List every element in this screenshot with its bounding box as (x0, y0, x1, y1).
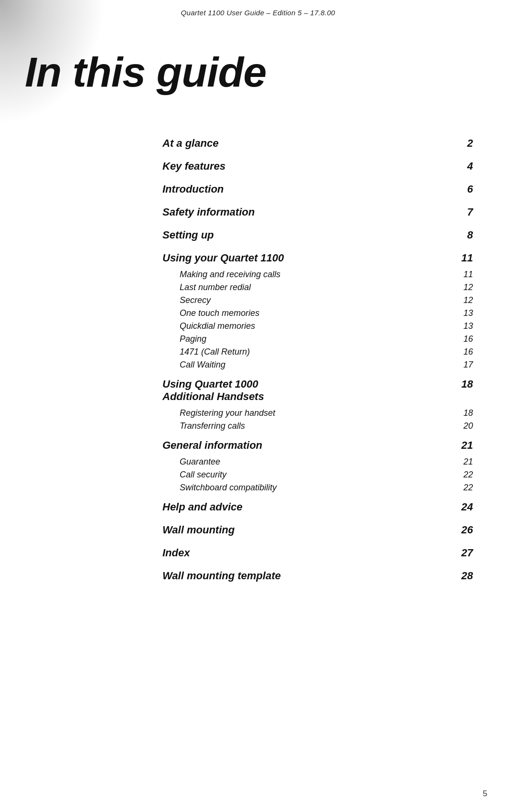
toc-item-number-4: 8 (456, 229, 473, 241)
toc-item-5[interactable]: Using your Quartet 110011 (162, 247, 473, 268)
toc-item-number-0: 2 (456, 137, 473, 150)
toc-item-label-6: Using Quartet 1000Additional Handsets (162, 373, 456, 407)
toc-item-label-9: Wall mounting (162, 519, 456, 540)
toc-sub-item-number-7-2: 22 (456, 483, 473, 493)
toc-sub-item-6-1[interactable]: Transferring calls20 (162, 420, 473, 433)
toc-sub-item-number-5-6: 16 (456, 347, 473, 357)
toc-item-label-4: Setting up (162, 224, 456, 245)
toc-group-3: Safety information7 (162, 201, 473, 222)
toc-sub-item-5-7[interactable]: Call Waiting17 (162, 358, 473, 371)
toc-sub-item-label-7-2: Switchboard compatibility (180, 481, 456, 494)
toc-sub-item-label-5-2: Secrecy (180, 294, 456, 307)
toc-item-0[interactable]: At a glance2 (162, 132, 473, 153)
toc-item-number-10: 27 (456, 547, 473, 559)
toc-sub-item-label-5-5: Paging (180, 333, 456, 346)
toc-item-10[interactable]: Index27 (162, 542, 473, 563)
toc-sub-item-number-5-4: 13 (456, 321, 473, 331)
title-section: In this guide (0, 22, 516, 94)
toc-item-label-7: General information (162, 434, 456, 455)
toc-group-11: Wall mounting template28 (162, 565, 473, 586)
toc-item-number-9: 26 (456, 524, 473, 536)
toc-section: At a glance2Key features4Introduction6Sa… (0, 132, 516, 586)
toc-sub-item-label-5-6: 1471 (Call Return) (180, 346, 456, 358)
toc-item-9[interactable]: Wall mounting26 (162, 519, 473, 540)
toc-sub-item-label-6-0: Registering your handset (180, 407, 456, 420)
toc-sub-item-5-6[interactable]: 1471 (Call Return)16 (162, 346, 473, 358)
toc-item-11[interactable]: Wall mounting template28 (162, 565, 473, 586)
toc-sub-item-label-5-0: Making and receiving calls (180, 268, 456, 281)
toc-item-label-8: Help and advice (162, 496, 456, 517)
toc-sub-item-5-2[interactable]: Secrecy12 (162, 294, 473, 307)
toc-sub-item-label-5-1: Last number redial (180, 281, 456, 294)
toc-sub-item-number-5-5: 16 (456, 334, 473, 344)
toc-item-number-7: 21 (456, 439, 473, 452)
toc-item-2[interactable]: Introduction6 (162, 178, 473, 199)
toc-group-2: Introduction6 (162, 178, 473, 199)
toc-item-label-10: Index (162, 542, 456, 563)
toc-sub-item-label-6-1: Transferring calls (180, 420, 456, 433)
toc-group-1: Key features4 (162, 155, 473, 176)
toc-sub-item-number-6-1: 20 (456, 421, 473, 431)
toc-item-number-11: 28 (456, 570, 473, 582)
toc-sub-item-5-3[interactable]: One touch memories13 (162, 307, 473, 320)
toc-group-7: General information21Guarantee21Call sec… (162, 434, 473, 494)
toc-sub-item-number-5-7: 17 (456, 360, 473, 370)
toc-sub-item-number-5-2: 12 (456, 295, 473, 305)
toc-item-label-3: Safety information (162, 201, 456, 222)
toc-item-number-6: 18 (456, 378, 473, 390)
toc-group-0: At a glance2 (162, 132, 473, 153)
toc-sub-item-6-0[interactable]: Registering your handset18 (162, 407, 473, 420)
toc-item-number-1: 4 (456, 160, 473, 173)
toc-item-number-3: 7 (456, 206, 473, 218)
toc-sub-item-7-1[interactable]: Call security22 (162, 468, 473, 481)
toc-item-label-11: Wall mounting template (162, 565, 456, 586)
toc-item-number-2: 6 (456, 183, 473, 195)
toc-sub-item-label-5-4: Quickdial memories (180, 320, 456, 333)
toc-sub-item-number-5-1: 12 (456, 282, 473, 292)
toc-sub-item-label-5-3: One touch memories (180, 307, 456, 320)
toc-sub-item-number-5-0: 11 (456, 270, 473, 280)
toc-sub-item-number-6-0: 18 (456, 408, 473, 418)
toc-item-label-2: Introduction (162, 178, 456, 199)
toc-item-1[interactable]: Key features4 (162, 155, 473, 176)
toc-sub-item-5-4[interactable]: Quickdial memories13 (162, 320, 473, 333)
toc-sub-item-label-7-1: Call security (180, 468, 456, 481)
toc-group-8: Help and advice24 (162, 496, 473, 517)
toc-sub-item-7-0[interactable]: Guarantee21 (162, 455, 473, 468)
header-text: Quartet 1100 User Guide – Edition 5 – 17… (181, 9, 335, 17)
toc-group-10: Index27 (162, 542, 473, 563)
toc-group-5: Using your Quartet 110011Making and rece… (162, 247, 473, 371)
toc-item-7[interactable]: General information21 (162, 434, 473, 455)
toc-sub-item-number-5-3: 13 (456, 308, 473, 318)
toc-group-6: Using Quartet 1000Additional Handsets18R… (162, 373, 473, 433)
toc-item-4[interactable]: Setting up8 (162, 224, 473, 245)
toc-item-label-5: Using your Quartet 1100 (162, 247, 456, 268)
toc-item-3[interactable]: Safety information7 (162, 201, 473, 222)
toc-item-number-8: 24 (456, 501, 473, 513)
toc-item-8[interactable]: Help and advice24 (162, 496, 473, 517)
toc-group-9: Wall mounting26 (162, 519, 473, 540)
toc-sub-item-5-5[interactable]: Paging16 (162, 333, 473, 346)
toc-item-label-0: At a glance (162, 132, 456, 153)
toc-sub-item-number-7-1: 22 (456, 470, 473, 480)
toc-sub-item-label-5-7: Call Waiting (180, 358, 456, 371)
toc-item-6[interactable]: Using Quartet 1000Additional Handsets18 (162, 373, 473, 407)
toc-sub-item-5-0[interactable]: Making and receiving calls11 (162, 268, 473, 281)
toc-sub-item-number-7-0: 21 (456, 457, 473, 467)
toc-group-4: Setting up8 (162, 224, 473, 245)
page-number-footer: 5 (483, 789, 487, 799)
page-title: In this guide (25, 50, 516, 94)
toc-item-number-5: 11 (456, 252, 473, 264)
toc-sub-item-label-7-0: Guarantee (180, 455, 456, 468)
toc-item-label-1: Key features (162, 155, 456, 176)
footer-page-number: 5 (483, 789, 487, 798)
toc-sub-item-5-1[interactable]: Last number redial12 (162, 281, 473, 294)
toc-sub-item-7-2[interactable]: Switchboard compatibility22 (162, 481, 473, 494)
